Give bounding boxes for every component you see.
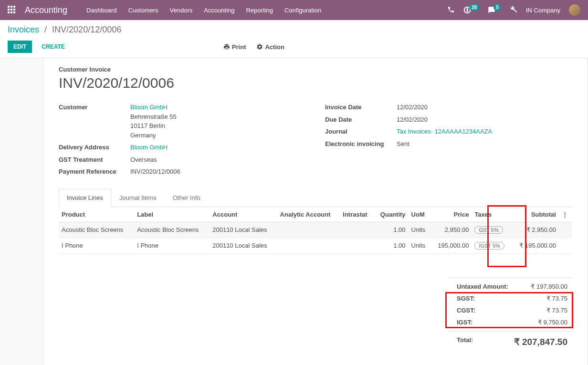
sgst-label: SGST: [457, 295, 475, 302]
th-options[interactable]: ⋮ [559, 207, 572, 222]
th-product[interactable]: Product [59, 207, 134, 222]
invdate-value: 12/02/2020 [397, 103, 572, 112]
th-taxes[interactable]: Taxes [472, 207, 511, 222]
cell-price: 2,950.00 [430, 222, 472, 238]
breadcrumb: Invoices / INV/2020/12/0006 [8, 25, 580, 41]
cell-product: I Phone [59, 238, 134, 253]
einv-value: Sent [397, 139, 572, 149]
activities-icon[interactable]: 28 [463, 6, 479, 14]
totals-section: Untaxed Amount: ₹ 197,950.00 SGST: ₹ 73.… [59, 278, 572, 350]
cell-account: 200110 Local Sales [210, 222, 277, 238]
customer-addr1: Behrenstraße 55 [130, 113, 177, 120]
cell-product: Acoustic Bloc Screens [59, 222, 134, 238]
control-panel: Invoices / INV/2020/12/0006 EDIT CREATE … [0, 20, 588, 58]
customer-link[interactable]: Bloom GmbH [130, 104, 168, 111]
top-navbar: Accounting Dashboard Customers Vendors A… [0, 0, 588, 20]
cell-price: 195,000.00 [430, 238, 472, 253]
svg-rect-7 [10, 11, 12, 13]
navbar-right: 28 5 IN Company [447, 4, 580, 16]
menu-vendors[interactable]: Vendors [170, 7, 193, 14]
company-name[interactable]: IN Company [526, 7, 560, 14]
payref-label: Payment Reference [59, 167, 130, 175]
print-button[interactable]: Print [223, 43, 246, 51]
th-account[interactable]: Account [210, 207, 277, 222]
cell-quantity: 1.00 [374, 238, 408, 253]
th-analytic[interactable]: Analytic Account [277, 207, 340, 222]
igst-label: IGST: [457, 319, 472, 326]
edit-button[interactable]: EDIT [8, 41, 32, 53]
svg-rect-6 [8, 11, 10, 13]
customer-value: Bloom GmbH Behrenstraße 55 10117 Berlin … [130, 103, 306, 140]
th-intrastat[interactable]: Intrastat [340, 207, 374, 222]
breadcrumb-root[interactable]: Invoices [8, 25, 39, 34]
svg-rect-4 [10, 9, 12, 10]
menu-dashboard[interactable]: Dashboard [86, 7, 117, 14]
duedate-value: 12/02/2020 [397, 115, 572, 125]
form-sheet: Customer Invoice INV/2020/12/0006 Custom… [43, 58, 588, 365]
customer-addr3: Germany [130, 132, 156, 139]
gst-label: GST Treatment [59, 155, 130, 163]
action-button[interactable]: Action [256, 43, 284, 51]
invoice-lines-table: Product Label Account Analytic Account I… [59, 207, 572, 254]
sgst-value: ₹ 73.75 [546, 295, 567, 302]
tab-invoice-lines[interactable]: Invoice Lines [59, 189, 111, 207]
cell-uom: Units [409, 222, 431, 238]
delivery-link[interactable]: Bloom GmbH [130, 144, 168, 151]
cell-quantity: 1.00 [374, 222, 408, 238]
app-brand[interactable]: Accounting [25, 5, 67, 15]
svg-rect-8 [13, 11, 15, 13]
menu-customers[interactable]: Customers [128, 7, 158, 14]
cell-taxes: IGST 5% [472, 238, 511, 253]
create-button[interactable]: CREATE [36, 41, 70, 53]
svg-rect-5 [13, 9, 15, 10]
invoice-lines-table-wrap: Product Label Account Analytic Account I… [59, 207, 572, 254]
einv-label: Electronic invoicing [325, 139, 397, 147]
svg-rect-2 [13, 6, 15, 8]
table-row[interactable]: I Phone I Phone 200110 Local Sales 1.00 … [59, 238, 572, 253]
svg-rect-0 [8, 6, 10, 8]
th-label[interactable]: Label [134, 207, 210, 222]
cell-intrastat [340, 222, 374, 238]
cell-label: Acoustic Bloc Screens [134, 222, 210, 238]
th-uom[interactable]: UoM [409, 207, 431, 222]
cell-account: 200110 Local Sales [210, 238, 277, 253]
svg-rect-3 [8, 9, 10, 10]
menu-accounting[interactable]: Accounting [204, 7, 234, 14]
tab-other-info[interactable]: Other Info [165, 189, 209, 207]
igst-value: ₹ 9,750.00 [538, 319, 567, 326]
svg-rect-1 [10, 6, 12, 8]
untaxed-value: ₹ 197,950.00 [531, 283, 567, 290]
activities-badge: 28 [469, 4, 479, 10]
phone-icon[interactable] [447, 6, 455, 15]
cgst-label: CGST: [457, 307, 475, 314]
breadcrumb-current: INV/2020/12/0006 [52, 25, 121, 34]
form-title-label: Customer Invoice [59, 66, 572, 73]
apps-icon[interactable] [8, 6, 15, 15]
cell-subtotal: ₹ 2,950.00 [512, 222, 559, 238]
messages-icon[interactable]: 5 [488, 6, 501, 14]
customer-label: Customer [59, 103, 130, 111]
journal-label: Journal [325, 127, 397, 135]
total-value: ₹ 207,847.50 [514, 336, 567, 347]
tools-icon[interactable] [510, 6, 517, 15]
delivery-label: Delivery Address [59, 143, 130, 151]
tab-journal-items[interactable]: Journal Items [111, 189, 165, 207]
action-label: Action [265, 43, 284, 51]
cell-analytic [277, 222, 340, 238]
th-subtotal[interactable]: Subtotal [512, 207, 559, 222]
table-row[interactable]: Acoustic Bloc Screens Acoustic Bloc Scre… [59, 222, 572, 238]
th-price[interactable]: Price [430, 207, 472, 222]
left-gutter [0, 58, 43, 365]
menu-reporting[interactable]: Reporting [246, 7, 273, 14]
untaxed-label: Untaxed Amount: [457, 283, 508, 290]
journal-link[interactable]: Tax Invoices- 12AAAAA1234AAZA [397, 128, 492, 135]
customer-addr2: 10117 Berlin [130, 122, 165, 129]
tax-tag: IGST 5% [474, 242, 504, 250]
duedate-label: Due Date [325, 115, 397, 123]
breadcrumb-sep: / [44, 25, 47, 34]
th-quantity[interactable]: Quantity [374, 207, 408, 222]
menu-configuration[interactable]: Configuration [284, 7, 321, 14]
user-avatar[interactable] [569, 4, 580, 16]
cell-label: I Phone [134, 238, 210, 253]
total-label: Total: [457, 336, 473, 347]
